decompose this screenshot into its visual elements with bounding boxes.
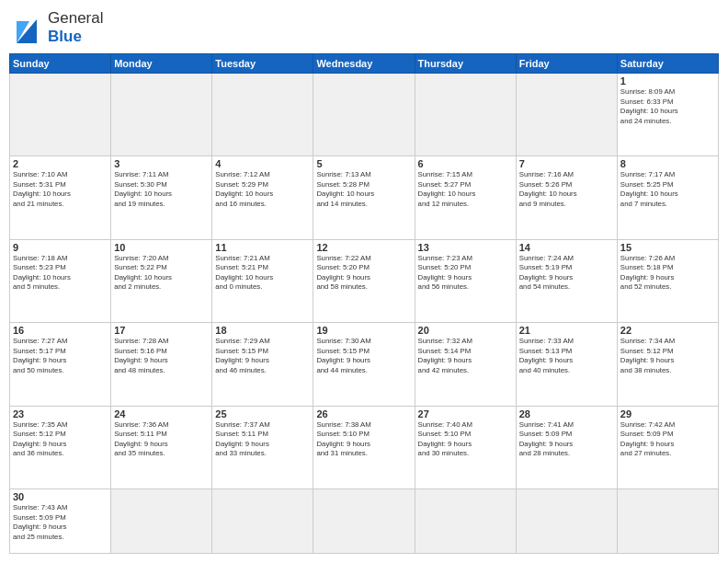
day-cell: 17Sunrise: 7:28 AM Sunset: 5:16 PM Dayli… (111, 323, 212, 406)
day-info: Sunrise: 7:24 AM Sunset: 5:19 PM Dayligh… (519, 254, 614, 293)
day-cell (10, 74, 111, 156)
weekday-header-row: Sunday Monday Tuesday Wednesday Thursday… (10, 54, 719, 74)
day-info: Sunrise: 7:26 AM Sunset: 5:18 PM Dayligh… (620, 254, 715, 293)
header-friday: Friday (516, 54, 617, 74)
day-info: Sunrise: 7:17 AM Sunset: 5:25 PM Dayligh… (620, 170, 715, 209)
day-cell (111, 489, 212, 554)
header-thursday: Thursday (415, 54, 516, 74)
day-number: 14 (519, 242, 614, 253)
day-cell: 4Sunrise: 7:12 AM Sunset: 5:29 PM Daylig… (212, 156, 313, 239)
day-cell: 24Sunrise: 7:36 AM Sunset: 5:11 PM Dayli… (111, 406, 212, 488)
day-cell: 28Sunrise: 7:41 AM Sunset: 5:09 PM Dayli… (516, 406, 617, 488)
day-cell: 2Sunrise: 7:10 AM Sunset: 5:31 PM Daylig… (10, 156, 111, 239)
day-cell: 29Sunrise: 7:42 AM Sunset: 5:09 PM Dayli… (617, 406, 718, 488)
day-cell: 26Sunrise: 7:38 AM Sunset: 5:10 PM Dayli… (313, 406, 415, 488)
header-saturday: Saturday (617, 54, 718, 74)
day-number: 29 (620, 408, 715, 419)
logo: General Blue (9, 9, 103, 46)
header-monday: Monday (111, 54, 212, 74)
day-cell: 27Sunrise: 7:40 AM Sunset: 5:10 PM Dayli… (415, 406, 516, 488)
day-info: Sunrise: 7:27 AM Sunset: 5:17 PM Dayligh… (13, 337, 108, 375)
day-number: 30 (13, 491, 108, 502)
day-info: Sunrise: 7:35 AM Sunset: 5:12 PM Dayligh… (13, 420, 108, 459)
day-cell: 16Sunrise: 7:27 AM Sunset: 5:17 PM Dayli… (10, 323, 111, 406)
day-info: Sunrise: 7:16 AM Sunset: 5:26 PM Dayligh… (519, 170, 614, 209)
week-row-5: 23Sunrise: 7:35 AM Sunset: 5:12 PM Dayli… (10, 406, 719, 488)
day-number: 26 (316, 408, 411, 419)
day-number: 15 (620, 242, 715, 253)
day-cell (415, 74, 516, 156)
day-number: 4 (215, 158, 310, 169)
day-cell: 22Sunrise: 7:34 AM Sunset: 5:12 PM Dayli… (617, 323, 718, 406)
day-info: Sunrise: 7:41 AM Sunset: 5:09 PM Dayligh… (519, 420, 614, 459)
day-cell (516, 489, 617, 554)
logo-svg (9, 10, 44, 45)
day-number: 11 (215, 242, 310, 253)
day-number: 2 (13, 158, 108, 169)
header: General Blue (9, 9, 719, 46)
day-info: Sunrise: 7:42 AM Sunset: 5:09 PM Dayligh… (620, 420, 715, 459)
header-wednesday: Wednesday (313, 54, 415, 74)
day-info: Sunrise: 7:32 AM Sunset: 5:14 PM Dayligh… (418, 337, 513, 375)
day-cell: 23Sunrise: 7:35 AM Sunset: 5:12 PM Dayli… (10, 406, 111, 488)
day-cell: 19Sunrise: 7:30 AM Sunset: 5:15 PM Dayli… (313, 323, 415, 406)
day-number: 21 (519, 325, 614, 336)
day-info: Sunrise: 7:40 AM Sunset: 5:10 PM Dayligh… (418, 420, 513, 459)
day-cell: 13Sunrise: 7:23 AM Sunset: 5:20 PM Dayli… (415, 239, 516, 322)
day-info: Sunrise: 7:18 AM Sunset: 5:23 PM Dayligh… (13, 254, 108, 293)
day-number: 22 (620, 325, 715, 336)
day-info: Sunrise: 7:11 AM Sunset: 5:30 PM Dayligh… (114, 170, 209, 209)
day-cell: 7Sunrise: 7:16 AM Sunset: 5:26 PM Daylig… (516, 156, 617, 239)
day-cell: 18Sunrise: 7:29 AM Sunset: 5:15 PM Dayli… (212, 323, 313, 406)
week-row-2: 2Sunrise: 7:10 AM Sunset: 5:31 PM Daylig… (10, 156, 719, 239)
day-info: Sunrise: 7:13 AM Sunset: 5:28 PM Dayligh… (316, 170, 411, 209)
day-info: Sunrise: 7:33 AM Sunset: 5:13 PM Dayligh… (519, 337, 614, 375)
calendar: Sunday Monday Tuesday Wednesday Thursday… (9, 53, 719, 554)
day-cell: 21Sunrise: 7:33 AM Sunset: 5:13 PM Dayli… (516, 323, 617, 406)
logo-text: General Blue (48, 9, 103, 46)
day-cell: 5Sunrise: 7:13 AM Sunset: 5:28 PM Daylig… (313, 156, 415, 239)
header-tuesday: Tuesday (212, 54, 313, 74)
day-info: Sunrise: 7:34 AM Sunset: 5:12 PM Dayligh… (620, 337, 715, 375)
day-cell: 15Sunrise: 7:26 AM Sunset: 5:18 PM Dayli… (617, 239, 718, 322)
day-info: Sunrise: 7:28 AM Sunset: 5:16 PM Dayligh… (114, 337, 209, 375)
logo-icon (9, 10, 44, 45)
day-cell (313, 74, 415, 156)
day-cell: 25Sunrise: 7:37 AM Sunset: 5:11 PM Dayli… (212, 406, 313, 488)
day-info: Sunrise: 7:21 AM Sunset: 5:21 PM Dayligh… (215, 254, 310, 293)
day-number: 20 (418, 325, 513, 336)
day-info: Sunrise: 7:30 AM Sunset: 5:15 PM Dayligh… (316, 337, 411, 375)
day-info: Sunrise: 7:43 AM Sunset: 5:09 PM Dayligh… (13, 503, 108, 542)
day-number: 9 (13, 242, 108, 253)
day-cell (516, 74, 617, 156)
page: General Blue Sunday Monday Tuesday Wedne… (0, 0, 728, 563)
day-number: 5 (316, 158, 411, 169)
week-row-1: 1Sunrise: 8:09 AM Sunset: 6:33 PM Daylig… (10, 74, 719, 156)
day-cell: 10Sunrise: 7:20 AM Sunset: 5:22 PM Dayli… (111, 239, 212, 322)
day-number: 17 (114, 325, 209, 336)
day-number: 3 (114, 158, 209, 169)
day-number: 10 (114, 242, 209, 253)
week-row-3: 9Sunrise: 7:18 AM Sunset: 5:23 PM Daylig… (10, 239, 719, 322)
day-number: 18 (215, 325, 310, 336)
week-row-6: 30Sunrise: 7:43 AM Sunset: 5:09 PM Dayli… (10, 489, 719, 554)
day-cell: 11Sunrise: 7:21 AM Sunset: 5:21 PM Dayli… (212, 239, 313, 322)
day-info: Sunrise: 7:10 AM Sunset: 5:31 PM Dayligh… (13, 170, 108, 209)
day-cell: 6Sunrise: 7:15 AM Sunset: 5:27 PM Daylig… (415, 156, 516, 239)
day-number: 6 (418, 158, 513, 169)
day-cell: 9Sunrise: 7:18 AM Sunset: 5:23 PM Daylig… (10, 239, 111, 322)
week-row-4: 16Sunrise: 7:27 AM Sunset: 5:17 PM Dayli… (10, 323, 719, 406)
day-number: 1 (620, 75, 715, 86)
day-info: Sunrise: 7:23 AM Sunset: 5:20 PM Dayligh… (418, 254, 513, 293)
day-cell (313, 489, 415, 554)
day-number: 8 (620, 158, 715, 169)
day-cell (111, 74, 212, 156)
day-cell (212, 74, 313, 156)
day-cell: 3Sunrise: 7:11 AM Sunset: 5:30 PM Daylig… (111, 156, 212, 239)
day-cell: 14Sunrise: 7:24 AM Sunset: 5:19 PM Dayli… (516, 239, 617, 322)
day-cell (617, 489, 718, 554)
day-cell: 1Sunrise: 8:09 AM Sunset: 6:33 PM Daylig… (617, 74, 718, 156)
day-cell (212, 489, 313, 554)
day-cell (415, 489, 516, 554)
day-info: Sunrise: 7:22 AM Sunset: 5:20 PM Dayligh… (316, 254, 411, 293)
